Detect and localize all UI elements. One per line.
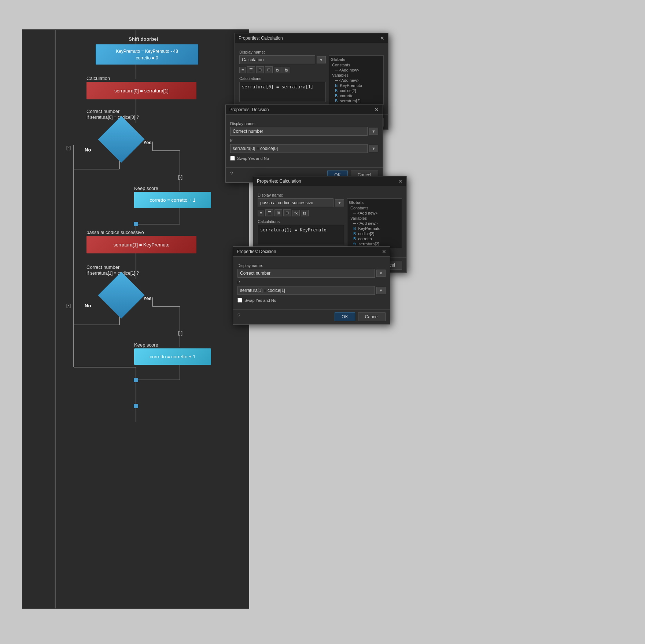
dialog2-if-dropdown[interactable]: ▼ <box>369 145 378 152</box>
correct2-if: If serratura[1] = codice[1] ? <box>86 271 139 276</box>
dialog3-toolbar-btn5[interactable]: fx <box>292 210 300 216</box>
keepscore2-title: Keep score <box>134 342 158 348</box>
dialog3-display-name-dropdown[interactable]: ▼ <box>335 199 344 206</box>
correct2-title: Correct number <box>86 264 139 270</box>
dialog4-close[interactable]: ✕ <box>382 249 386 254</box>
correct1-diamond <box>98 116 144 162</box>
dialog2: Properties: Decision ✕ Display name: ▼ I… <box>225 105 383 183</box>
dialog2-if-label: If <box>230 139 378 143</box>
globals3-add-new2[interactable]: ─ <Add new> <box>349 221 400 226</box>
dialog2-help[interactable]: ? <box>230 171 233 179</box>
globals1-add-new1[interactable]: ─ <Add new> <box>331 67 382 73</box>
globals3-serratura[interactable]: fs serratura[2] <box>349 241 400 246</box>
dialog1-toolbar-btn4[interactable]: ⊟ <box>265 66 273 73</box>
keepscore1-title: Keep score <box>134 186 158 191</box>
dialog2-display-name-input[interactable] <box>230 127 368 136</box>
globals1-codice[interactable]: B codice[2] <box>331 88 382 93</box>
dialog4-cancel[interactable]: Cancel <box>358 312 386 321</box>
dialog4-if-dropdown[interactable]: ▼ <box>376 287 386 294</box>
flowchart-area: Shift doorbel KeyPremuto = KeyPremuto - … <box>22 29 249 609</box>
dialog2-titlebar: Properties: Decision ✕ <box>226 105 383 115</box>
dialog2-swap-checkbox[interactable] <box>230 156 235 161</box>
dialog1-globals: Globals Constants ─ <Add new> Variables … <box>329 55 384 105</box>
dialog2-title: Properties: Decision <box>229 107 269 112</box>
dialog3-calc-area[interactable]: serratura[1] = KeyPremuto <box>258 225 344 245</box>
dialog3-display-name-input[interactable] <box>258 198 333 207</box>
bracket2-right: [-] <box>178 330 183 336</box>
bracket1-left: [-] <box>66 145 71 150</box>
globals1-serratura[interactable]: B serratura[2] <box>331 98 382 103</box>
dialog3-title: Properties: Calculation <box>257 179 301 184</box>
dialog4: Properties: Decision ✕ Display name: ▼ I… <box>233 246 390 325</box>
dialog2-body: Display name: ▼ If ▼ Swap Yes and No <box>226 115 383 164</box>
bracket1-right: [-] <box>178 175 183 180</box>
dialog1-display-name-dropdown[interactable]: ▼ <box>317 56 326 63</box>
dialog2-display-name-label: Display name: <box>230 121 378 126</box>
dialog3-toolbar-btn3[interactable]: ⊞ <box>274 209 282 216</box>
passa-formula: serratura[1] = KeyPremuto <box>114 242 170 248</box>
keepscore2-formula: corretto = corretto + 1 <box>150 354 195 359</box>
globals1-constants[interactable]: Constants <box>331 62 382 67</box>
dialog1-toolbar-btn6[interactable]: fs <box>283 67 290 73</box>
svg-rect-11 <box>134 222 138 226</box>
dialog3-display-name-label: Display name: <box>258 193 402 197</box>
dialog3-globals: Globals Constants ─ <Add new> Variables … <box>347 198 402 248</box>
globals3-keypremuto[interactable]: B KeyPremuto <box>349 226 400 231</box>
yes2-label: Yes <box>143 296 151 301</box>
shift-title: Shift doorbel <box>129 36 158 42</box>
dialog3-toolbar-btn2[interactable]: ☰ <box>265 209 273 216</box>
dialog1-toolbar-btn2[interactable]: ☰ <box>247 66 255 73</box>
dialog2-dropdown[interactable]: ▼ <box>369 128 378 135</box>
dialog2-swap-row: Swap Yes and No <box>230 156 378 161</box>
keepscore1-rect: corretto = corretto + 1 <box>134 192 211 208</box>
correct1-if: If serratura[0] = codice[0] ? <box>86 115 139 120</box>
keepscore1-formula: corretto = corretto + 1 <box>150 197 195 203</box>
dialog1-toolbar-btn1[interactable]: ≡ <box>239 67 246 73</box>
passa-rect: serratura[1] = KeyPremuto <box>86 236 196 253</box>
dialog1-toolbar-btn5[interactable]: fx <box>274 67 281 73</box>
shift-line1: KeyPremuto = KeyPremuto - 48 <box>116 48 178 55</box>
svg-rect-24 <box>134 404 138 408</box>
globals1-corretto[interactable]: B corretto <box>331 93 382 98</box>
dialog4-help[interactable]: ? <box>237 312 240 321</box>
globals1-add-new2[interactable]: ─ <Add new> <box>331 78 382 83</box>
yes1-label: Yes <box>143 140 151 145</box>
dialog1-globals-title: Globals <box>331 57 382 62</box>
globals3-constants[interactable]: Constants <box>349 205 400 211</box>
dialog3-body: Display name: ▼ ≡ ☰ ⊞ ⊟ fx fs Calculatio… <box>253 186 406 255</box>
correct2-diamond <box>98 272 144 318</box>
dialog4-ok[interactable]: OK <box>335 312 355 321</box>
globals3-variables[interactable]: Variables <box>349 216 400 221</box>
globals3-codice[interactable]: B codice[2] <box>349 231 400 236</box>
globals3-add-new1[interactable]: ─ <Add new> <box>349 211 400 216</box>
dialog2-swap-label: Swap Yes and No <box>237 156 269 161</box>
shift-rect: Shift doorbel KeyPremuto = KeyPremuto - … <box>96 44 198 65</box>
dialog3-calc-label: Calculations: <box>258 219 344 224</box>
dialog2-close[interactable]: ✕ <box>375 107 379 112</box>
dialog4-if-input[interactable] <box>237 286 375 295</box>
globals1-variables[interactable]: Variables <box>331 73 382 78</box>
dialog1-display-name-input[interactable] <box>239 55 315 64</box>
dialog1-toolbar-btn3[interactable]: ⊞ <box>256 66 264 73</box>
calc1-rect: serratura[0] = serratura[1] <box>86 82 196 99</box>
dialog1-body: Display name: ▼ ≡ ☰ ⊞ ⊟ fx fs Calculatio… <box>235 43 388 111</box>
dialog4-display-name-input[interactable] <box>237 269 375 278</box>
dialog3-toolbar-btn1[interactable]: ≡ <box>258 210 264 216</box>
keepscore2-rect: corretto = corretto + 1 <box>134 348 211 365</box>
dialog2-if-input[interactable] <box>230 144 368 153</box>
dialog1-display-name-label: Display name: <box>239 50 384 54</box>
dialog4-dropdown[interactable]: ▼ <box>376 270 386 277</box>
correct1-title: Correct number <box>86 109 139 114</box>
dialog3-globals-title: Globals <box>349 200 400 205</box>
dialog1-title: Properties: Calculation <box>239 36 283 41</box>
globals3-corretto[interactable]: B corretto <box>349 236 400 241</box>
dialog3-toolbar-btn4[interactable]: ⊟ <box>283 209 291 216</box>
dialog4-title: Properties: Decision <box>237 249 276 254</box>
dialog1-close[interactable]: ✕ <box>380 36 384 41</box>
dialog4-swap-checkbox[interactable] <box>237 298 242 303</box>
no2-label: No <box>85 303 91 308</box>
globals1-keypremuto[interactable]: B KeyPremuto <box>331 83 382 88</box>
dialog3-toolbar-btn6[interactable]: fs <box>301 210 309 216</box>
dialog1-calc-area[interactable]: serratura[0] = serratura[1] <box>239 82 326 102</box>
dialog3-close[interactable]: ✕ <box>398 179 403 184</box>
